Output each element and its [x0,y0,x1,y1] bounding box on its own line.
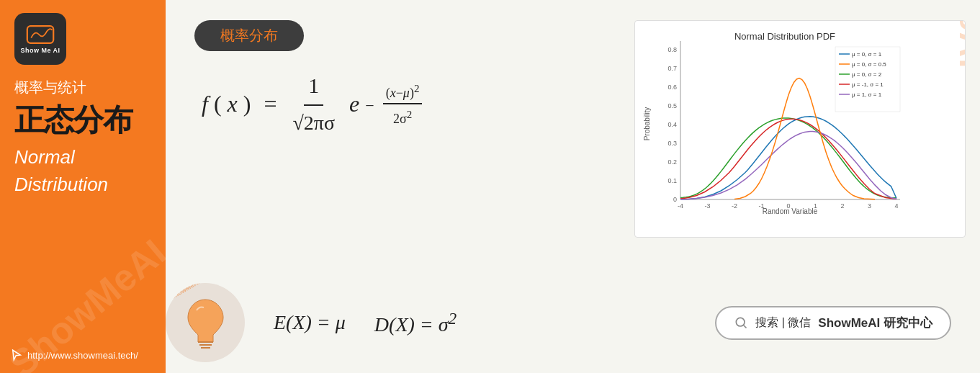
svg-text:1: 1 [814,202,817,210]
bulb-icon [182,296,229,350]
formula-bottom: E(X) = μ D(X) = σ2 [259,309,701,336]
formula-x: x [228,86,238,122]
bulb-container: ShowMeAI [166,287,245,359]
sidebar-en-line1: Normal [14,145,75,170]
logo: Show Me AI [14,13,66,65]
svg-text:μ = 0, σ = 2: μ = 0, σ = 2 [852,71,882,78]
svg-text:2: 2 [840,202,844,210]
svg-text:0.7: 0.7 [667,65,677,72]
sidebar-main-title: 正态分布 [14,104,132,137]
top-section: 概率分布 f ( x ) = 1 √2πσ e − (x−μ)2 [166,0,980,279]
y-axis-label: Probability [643,107,651,141]
tag-button: 概率分布 [194,20,304,51]
main-content: 概率分布 f ( x ) = 1 √2πσ e − (x−μ)2 [166,0,980,373]
sidebar-url[interactable]: http://www.showmeai.tech/ [10,349,138,361]
chart-area: ShowMeAI Normal Distribution PDF Probabi… [634,20,966,238]
svg-text:-4: -4 [678,202,683,210]
formula-eq: = [264,86,277,122]
bulb-circle: ShowMeAI [166,283,245,362]
search-badge[interactable]: 搜索 | 微信 ShowMeAI 研究中心 [715,306,951,340]
svg-text:-3: -3 [704,202,710,210]
sidebar-subtitle: 概率与统计 [14,78,86,96]
svg-text:0.6: 0.6 [667,84,677,91]
formula-exp-num: (x−μ)2 [383,80,423,105]
svg-text:μ = 0, σ = 1: μ = 0, σ = 1 [852,51,882,58]
search-prefix: 搜索 | 微信 [755,315,811,331]
cursor-icon [10,349,23,361]
svg-text:μ = -1, σ = 1: μ = -1, σ = 1 [852,81,884,88]
search-icon [734,315,748,330]
formula-fx: f [202,86,208,122]
logo-icon [26,24,55,45]
bottom-section: ShowMeAI E(X) = μ D(X) = [166,279,980,373]
sidebar: Show Me AI 概率与统计 正态分布 Normal Distributio… [0,0,166,373]
svg-text:4: 4 [894,202,898,210]
formula-numerator: 1 [304,68,323,106]
curve-mu1-sigma1 [680,132,896,199]
svg-point-35 [737,318,745,326]
svg-line-36 [744,325,747,328]
svg-text:-1: -1 [758,202,764,210]
chart-legend: μ = 0, σ = 1 μ = 0, σ = 0.5 μ = 0, σ = 2… [835,47,900,112]
formula-area: 概率分布 f ( x ) = 1 √2πσ e − (x−μ)2 [194,20,620,140]
svg-text:0: 0 [673,196,677,203]
formula-paren1: ( [214,86,222,122]
formula-e: e [349,86,359,122]
formula-minus: − [365,93,374,118]
svg-text:0.1: 0.1 [667,177,677,184]
svg-text:-2: -2 [732,202,737,210]
svg-text:0.2: 0.2 [667,158,677,166]
svg-text:0.4: 0.4 [667,121,677,128]
url-text: http://www.showmeai.tech/ [27,350,138,361]
formula-fraction: 1 √2πσ [292,68,335,140]
svg-text:μ = 0, σ = 0.5: μ = 0, σ = 0.5 [852,61,886,68]
svg-text:3: 3 [868,202,871,210]
formula-exp-den: 2σ2 [393,104,412,130]
chart-title: Normal Distribution PDF [734,31,835,42]
chart-watermark: ShowMeAI [953,20,966,70]
formula-variance: D(X) = σ2 [374,309,457,336]
svg-text:0.5: 0.5 [667,102,677,109]
formula-expected: E(X) = μ [274,311,346,334]
search-brand: ShowMeAI 研究中心 [818,315,932,331]
formula-exponent: (x−μ)2 2σ2 [383,80,423,130]
logo-text: Show Me AI [20,47,60,54]
chart-svg: Normal Distribution PDF Probability Rand… [641,27,943,228]
formula-paren2: ) [243,86,251,122]
svg-text:μ = 1, σ = 1: μ = 1, σ = 1 [852,91,882,98]
svg-text:0.8: 0.8 [667,46,677,53]
formula-main: f ( x ) = 1 √2πσ e − (x−μ)2 [202,68,620,140]
sidebar-en-line2: Distribution [14,173,108,197]
svg-text:0.3: 0.3 [667,140,677,147]
svg-text:0: 0 [786,202,790,210]
formula-denominator: √2πσ [292,106,335,140]
